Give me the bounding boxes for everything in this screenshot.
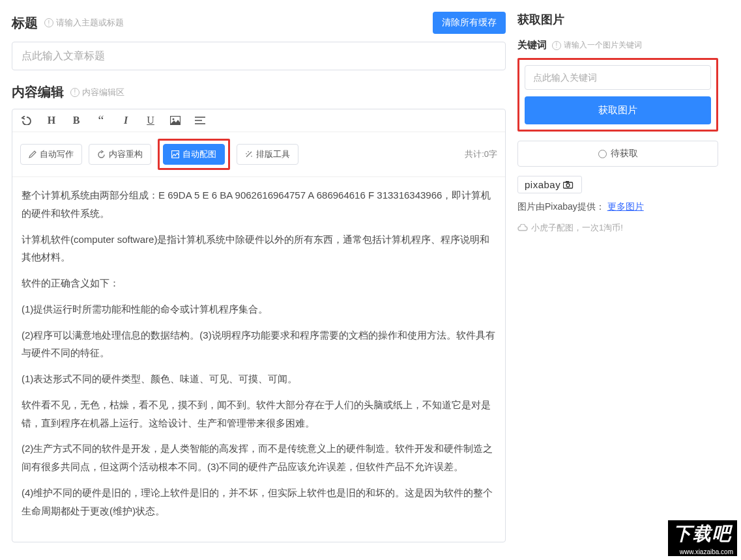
paragraph: (2)生产方式不同的软件是开发，是人类智能的高发挥，而不是传统意义上的硬件制造。… — [22, 440, 496, 476]
image-icon[interactable] — [169, 116, 182, 125]
content-edit-label: 内容编辑 — [12, 83, 64, 101]
editor-frame: H B “ I U 自动写作 内容重构 — [12, 109, 506, 542]
action-toolbar: 自动写作 内容重构 自动配图 排版工具 共计:0字 — [12, 132, 505, 177]
format-toolbar: H B “ I U — [12, 109, 505, 132]
picture-icon — [171, 150, 179, 158]
auto-write-button[interactable]: 自动写作 — [20, 144, 82, 165]
svg-rect-8 — [566, 181, 569, 183]
svg-point-7 — [566, 184, 570, 187]
paragraph: 整个计算机系统由两部分组成：E 69DA 5 E 6 BA 9062616964… — [22, 186, 496, 223]
underline-icon[interactable]: U — [144, 115, 157, 126]
title-hint: ! 请输入主题或标题 — [44, 17, 124, 29]
more-images-link[interactable]: 更多图片 — [607, 201, 644, 212]
paragraph: 计算机软件(computer software)是指计算机系统中除硬件以外的所有… — [22, 231, 496, 267]
pencil-icon — [29, 150, 36, 158]
italic-icon[interactable]: I — [119, 115, 132, 126]
bold-icon[interactable]: B — [70, 115, 83, 126]
pending-button[interactable]: 待获取 — [517, 141, 718, 167]
watermark: 下载吧 www.xiazaiba.com — [668, 520, 737, 556]
provider-line: 图片由Pixabay提供： 更多图片 — [517, 201, 718, 213]
auto-image-highlight: 自动配图 — [158, 139, 230, 170]
watermark-url: www.xiazaiba.com — [668, 548, 737, 556]
undo-icon[interactable] — [20, 116, 33, 125]
fetch-image-button[interactable]: 获取图片 — [525, 96, 711, 124]
paragraph: (1)表达形式不同的硬件类型、颜色、味道、可见、可摸、可闻。 — [22, 370, 496, 388]
paragraph: (1)提供运行时所需功能和性能的命令或计算机程序集合。 — [22, 300, 496, 318]
refresh-icon — [97, 150, 106, 159]
info-icon: ! — [44, 18, 53, 27]
pixabay-badge: pixabay — [517, 176, 582, 193]
article-title-input[interactable] — [12, 42, 506, 70]
auto-image-button[interactable]: 自动配图 — [163, 144, 225, 165]
paragraph: (2)程序可以满意地处理信息的数据结构。(3)说明程序功能要求和程序需要的文档的… — [22, 326, 496, 363]
cloud-icon — [517, 224, 528, 232]
circle-icon — [598, 150, 607, 158]
wand-icon — [245, 150, 253, 158]
layout-tool-button[interactable]: 排版工具 — [237, 144, 298, 165]
paragraph: 软件的正确含义如下： — [22, 274, 496, 292]
keyword-label: 关键词 — [517, 39, 547, 51]
info-icon: ! — [552, 41, 561, 50]
watermark-text: 下载吧 — [668, 520, 737, 548]
align-icon[interactable] — [194, 117, 207, 124]
content-section-header: 内容编辑 ! 内容编辑区 — [12, 83, 506, 101]
paragraph: (4)维护不同的硬件是旧的，理论上软件是旧的，并不坏，但实际上软件也是旧的和坏的… — [22, 484, 496, 520]
editor-body[interactable]: 整个计算机系统由两部分组成：E 69DA 5 E 6 BA 9062616964… — [12, 177, 505, 542]
keyword-hint: ! 请输入一个图片关键词 — [552, 40, 642, 51]
heading-icon[interactable]: H — [45, 115, 58, 126]
word-count: 共计:0字 — [465, 148, 497, 160]
svg-point-1 — [173, 119, 175, 120]
keyword-row: 关键词 ! 请输入一个图片关键词 — [517, 39, 718, 51]
keyword-input[interactable] — [525, 65, 711, 90]
footer-note: 小虎子配图，一次1淘币! — [517, 222, 718, 234]
title-section-header: 标题 ! 请输入主题或标题 清除所有缓存 — [12, 12, 506, 34]
quote-icon[interactable]: “ — [94, 117, 108, 124]
restructure-button[interactable]: 内容重构 — [89, 144, 151, 165]
keyword-highlight-box: 获取图片 — [517, 58, 718, 132]
content-edit-hint: ! 内容编辑区 — [70, 87, 124, 98]
paragraph: 软件看不见，无色，枯燥，看不见，摸不到，闻不到。软件大部分存在于人们的头脑或纸上… — [22, 396, 496, 432]
clear-cache-button[interactable]: 清除所有缓存 — [433, 12, 506, 34]
info-icon: ! — [70, 88, 80, 97]
camera-icon — [563, 181, 575, 189]
fetch-image-title: 获取图片 — [517, 12, 718, 27]
title-label: 标题 — [12, 14, 38, 32]
